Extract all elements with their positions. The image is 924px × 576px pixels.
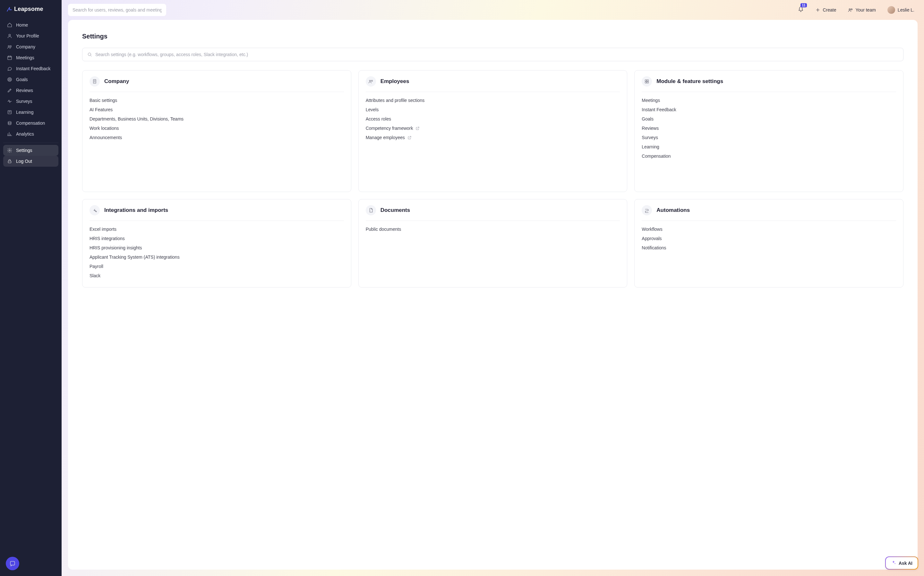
link-work-locations[interactable]: Work locations (90, 126, 344, 131)
people-icon (7, 44, 12, 50)
link-compensation[interactable]: Compensation (642, 154, 896, 158)
link-competency-framework[interactable]: Competency framework (366, 126, 620, 131)
plus-icon (815, 7, 820, 13)
external-link-icon (407, 136, 412, 140)
sidebar-item-analytics[interactable]: Analytics (3, 128, 58, 139)
create-button[interactable]: Create (812, 5, 840, 14)
ask-ai-button[interactable]: Ask AI (885, 557, 918, 570)
sidebar-item-surveys[interactable]: Surveys (3, 96, 58, 107)
sidebar-item-label: Surveys (16, 99, 32, 104)
global-search-input[interactable] (68, 4, 166, 16)
link-reviews[interactable]: Reviews (642, 126, 896, 131)
link-levels[interactable]: Levels (366, 107, 620, 112)
link-attributes[interactable]: Attributes and profile sections (366, 98, 620, 103)
sparkle-icon (891, 560, 896, 566)
svg-point-12 (849, 9, 850, 10)
sidebar-item-label: Meetings (16, 55, 34, 60)
brand-logo[interactable]: Leapsome (0, 0, 62, 18)
link-excel-imports[interactable]: Excel imports (90, 227, 344, 232)
link-surveys[interactable]: Surveys (642, 135, 896, 140)
sidebar-bottom (0, 551, 62, 576)
sidebar-item-reviews[interactable]: Reviews (3, 85, 58, 96)
sidebar-divider (3, 142, 58, 143)
your-team-button[interactable]: Your team (845, 5, 879, 14)
card-header: Integrations and imports (90, 205, 344, 221)
link-goals[interactable]: Goals (642, 116, 896, 122)
sidebar-nav: Home Your Profile Company Meetings Insta… (0, 18, 62, 168)
link-hris-provisioning[interactable]: HRIS provisioning insights (90, 245, 344, 250)
calendar-icon (7, 55, 12, 60)
sidebar-item-label: Log Out (16, 158, 32, 164)
sidebar-item-label: Goals (16, 77, 28, 82)
card-links: Attributes and profile sections Levels A… (366, 98, 620, 140)
link-approvals[interactable]: Approvals (642, 236, 896, 241)
link-manage-employees[interactable]: Manage employees (366, 135, 620, 140)
settings-panel: Settings Company Basic settings AI Featu… (68, 20, 918, 570)
card-title: Automations (656, 207, 690, 213)
sidebar-item-compensation[interactable]: Compensation (3, 118, 58, 128)
card-links: Public documents (366, 227, 620, 232)
card-title: Employees (380, 78, 409, 85)
link-hris-integrations[interactable]: HRIS integrations (90, 236, 344, 241)
card-integrations: Integrations and imports Excel imports H… (82, 199, 351, 288)
sidebar-item-goals[interactable]: Goals (3, 74, 58, 85)
link-instant-feedback[interactable]: Instant Feedback (642, 107, 896, 112)
link-learning[interactable]: Learning (642, 144, 896, 149)
lock-icon (7, 158, 12, 164)
user-menu[interactable]: Leslie L. (884, 4, 918, 16)
notifications-button[interactable]: 11 (795, 5, 807, 15)
document-icon (366, 205, 376, 215)
pencil-icon (7, 88, 12, 93)
sidebar: Leapsome Home Your Profile Company Meeti… (0, 0, 62, 576)
svg-point-1 (8, 45, 9, 47)
sidebar-item-settings[interactable]: Settings (3, 145, 58, 156)
settings-search-input[interactable] (82, 48, 903, 61)
grid-icon (642, 76, 652, 86)
link-access-roles[interactable]: Access roles (366, 116, 620, 122)
sidebar-item-company[interactable]: Company (3, 42, 58, 52)
sidebar-item-profile[interactable]: Your Profile (3, 30, 58, 42)
card-header: Automations (642, 205, 896, 221)
target-icon (7, 77, 12, 82)
svg-point-13 (851, 9, 852, 10)
sidebar-item-logout[interactable]: Log Out (3, 156, 58, 167)
link-ats-integrations[interactable]: Applicant Tracking System (ATS) integrat… (90, 254, 344, 260)
svg-point-9 (9, 150, 10, 151)
svg-point-8 (8, 122, 11, 123)
sidebar-item-label: Learning (16, 110, 34, 115)
svg-rect-11 (10, 561, 14, 565)
card-links: Basic settings AI Features Departments, … (90, 98, 344, 140)
link-meetings[interactable]: Meetings (642, 98, 896, 103)
link-slack[interactable]: Slack (90, 273, 344, 278)
card-links: Excel imports HRIS integrations HRIS pro… (90, 227, 344, 278)
sidebar-item-label: Compensation (16, 120, 45, 126)
link-payroll[interactable]: Payroll (90, 264, 344, 269)
sidebar-item-label: Reviews (16, 88, 33, 93)
link-basic-settings[interactable]: Basic settings (90, 98, 344, 103)
svg-rect-10 (8, 161, 11, 163)
intercom-launcher[interactable] (6, 557, 19, 570)
sidebar-item-learning[interactable]: Learning (3, 107, 58, 118)
svg-point-17 (371, 80, 372, 82)
link-public-documents[interactable]: Public documents (366, 227, 620, 232)
card-header: Module & feature settings (642, 76, 896, 92)
link-workflows[interactable]: Workflows (642, 227, 896, 232)
card-header: Employees (366, 76, 620, 92)
link-ai-features[interactable]: AI Features (90, 107, 344, 112)
card-title: Integrations and imports (104, 207, 168, 213)
user-icon (7, 34, 12, 38)
sidebar-item-label: Your Profile (16, 34, 39, 38)
link-announcements[interactable]: Announcements (90, 135, 344, 140)
notifications-count-badge: 11 (800, 3, 807, 7)
coins-icon (7, 120, 12, 126)
sidebar-item-meetings[interactable]: Meetings (3, 52, 58, 63)
ask-ai-label: Ask AI (899, 561, 913, 566)
sidebar-item-feedback[interactable]: Instant Feedback (3, 63, 58, 74)
user-name: Leslie L. (898, 7, 914, 13)
link-departments[interactable]: Departments, Business Units, Divisions, … (90, 116, 344, 122)
sidebar-item-home[interactable]: Home (3, 19, 58, 30)
link-notifications[interactable]: Notifications (642, 245, 896, 250)
card-title: Module & feature settings (656, 78, 723, 85)
svg-point-5 (9, 78, 11, 81)
create-label: Create (823, 7, 836, 13)
